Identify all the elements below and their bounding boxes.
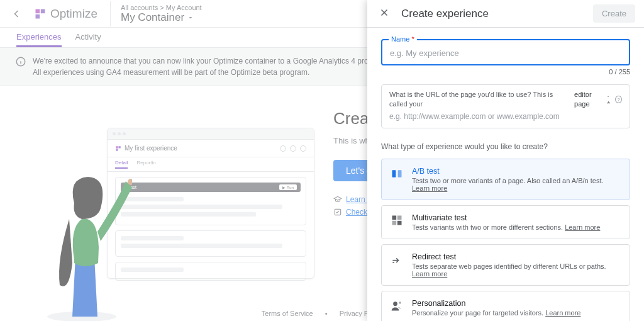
personalization-icon [391, 300, 403, 312]
svg-point-19 [393, 301, 397, 306]
svg-rect-16 [397, 215, 402, 220]
help-icon[interactable]: ? [615, 96, 622, 103]
option-desc: Personalize your page for targeted visit… [412, 309, 580, 317]
svg-rect-13 [392, 170, 396, 177]
option-title: Personalization [412, 299, 580, 308]
svg-point-20 [399, 301, 401, 303]
option-multivariate[interactable]: Multivariate test Tests variants with tw… [381, 205, 630, 239]
drawer-body: Name * 0 / 255 What is the URL of the pa… [367, 28, 644, 321]
svg-rect-17 [392, 221, 397, 225]
learn-more-link[interactable]: Learn more [545, 309, 580, 317]
name-field[interactable]: Name * [381, 39, 630, 65]
option-desc: Tests variants with two or more differen… [412, 223, 600, 231]
drawer-title: Create experience [401, 8, 584, 20]
option-desc: Tests two or more variants of a page. Al… [412, 177, 621, 192]
option-ab-test[interactable]: A/B test Tests two or more variants of a… [381, 159, 630, 200]
option-title: A/B test [412, 167, 621, 176]
option-title: Redirect test [412, 252, 621, 261]
multivariate-icon [391, 214, 403, 227]
url-input[interactable] [389, 112, 622, 121]
name-input[interactable] [390, 48, 621, 58]
type-question: What type of experience would you like t… [381, 142, 630, 151]
svg-rect-15 [392, 215, 397, 220]
url-field[interactable]: What is the URL of the page you'd like t… [381, 84, 630, 128]
close-icon[interactable] [376, 4, 392, 23]
name-counter: 0 / 255 [381, 68, 630, 76]
create-button[interactable]: Create [593, 4, 635, 23]
svg-rect-18 [397, 221, 402, 225]
name-label: Name * [389, 35, 417, 43]
option-title: Multivariate test [412, 213, 600, 222]
ab-test-icon [391, 167, 403, 180]
learn-more-link[interactable]: Learn more [412, 184, 447, 192]
option-desc: Tests separate web pages identified by d… [412, 262, 621, 278]
drawer-header: Create experience Create [367, 0, 644, 28]
redirect-icon [391, 253, 403, 266]
svg-rect-14 [398, 170, 402, 177]
learn-more-link[interactable]: Learn more [412, 270, 447, 278]
option-redirect[interactable]: Redirect test Tests separate web pages i… [381, 244, 630, 286]
option-personalization[interactable]: Personalization Personalize your page fo… [381, 291, 630, 321]
learn-more-link[interactable]: Learn more [565, 223, 600, 231]
create-experience-drawer: Create experience Create Name * 0 / 255 … [367, 0, 644, 321]
url-label: What is the URL of the page you'd like t… [389, 90, 622, 110]
